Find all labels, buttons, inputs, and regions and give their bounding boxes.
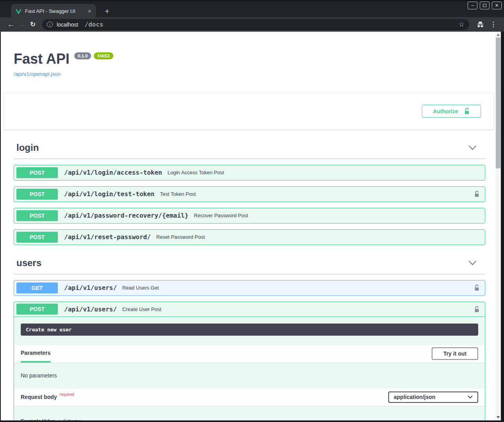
no-parameters-text: No parameters: [14, 363, 485, 388]
try-it-out-button[interactable]: Try it out: [432, 347, 478, 360]
auth-lock-button[interactable]: [474, 190, 480, 198]
back-button[interactable]: ←: [5, 20, 16, 29]
op-summary: Reset Password Post: [156, 234, 205, 240]
browser-tab[interactable]: Fast API - Swagger UI ✕: [11, 4, 96, 18]
site-info-icon[interactable]: i: [47, 21, 53, 27]
op-row-create-user[interactable]: POST /api/v1/users/ Create User Post: [14, 302, 485, 317]
unlock-icon: [464, 107, 470, 115]
op-row-login-access-token[interactable]: POST /api/v1/login/access-token Login Ac…: [14, 165, 485, 181]
scroll-up-arrow-icon[interactable]: [497, 34, 500, 36]
openapi-spec-link[interactable]: /api/v1/openapi.json: [14, 71, 61, 77]
unlock-icon: [474, 306, 480, 313]
tab-title: Fast API - Swagger UI: [25, 8, 75, 14]
op-summary: Recover Password Post: [194, 213, 248, 218]
method-badge: POST: [16, 189, 58, 200]
section-users-header[interactable]: users: [14, 256, 485, 274]
method-badge: POST: [16, 232, 58, 243]
method-badge: POST: [16, 210, 58, 221]
op-block-create-user: POST /api/v1/users/ Create User Post Cre…: [14, 302, 485, 420]
unlock-icon: [474, 190, 480, 198]
auth-lock-button[interactable]: [474, 306, 480, 313]
forward-button[interactable]: →: [16, 20, 27, 29]
url-path: /docs: [84, 21, 103, 28]
section-title: users: [16, 257, 41, 268]
page-viewport: Fast API 0.1.0 OAS3 /api/v1/openapi.json…: [1, 32, 501, 420]
maximize-button[interactable]: [480, 2, 490, 9]
tab-schema[interactable]: Schema: [63, 418, 81, 420]
op-row-login-test-token[interactable]: POST /api/v1/login/test-token Test Token…: [14, 186, 485, 202]
parameters-header: Parameters Try it out: [14, 345, 485, 363]
window-controls: – ✕: [468, 2, 502, 9]
media-type-select[interactable]: application/json: [388, 392, 478, 403]
request-body-header: Request body required application/json: [14, 388, 485, 406]
unlock-icon: [474, 284, 480, 291]
op-path: /api/v1/password-recovery/{email}: [64, 212, 188, 219]
auth-lock-button[interactable]: [474, 284, 480, 291]
op-row-password-recovery[interactable]: POST /api/v1/password-recovery/{email} R…: [14, 208, 485, 224]
minimize-button[interactable]: –: [468, 2, 477, 9]
version-badge: 0.1.0: [74, 52, 91, 59]
method-badge: GET: [16, 283, 58, 293]
swagger-page: Fast API 0.1.0 OAS3 /api/v1/openapi.json…: [1, 32, 495, 420]
media-type-value: application/json: [394, 394, 436, 400]
api-info: Fast API 0.1.0 OAS3 /api/v1/openapi.json: [1, 32, 495, 77]
tab-parameters[interactable]: Parameters: [21, 345, 50, 363]
tab-divider: [59, 418, 59, 420]
reload-button[interactable]: ↻: [27, 20, 38, 29]
op-summary: Read Users Get: [122, 285, 159, 291]
maximize-icon: [483, 4, 486, 7]
op-description: Create new user: [21, 324, 478, 336]
section-login-header[interactable]: login: [14, 141, 485, 159]
favicon-v-icon: [16, 9, 22, 14]
tab-example-value[interactable]: Example Value: [21, 418, 55, 420]
section-users: users GET /api/v1/users/ Read Users Get: [14, 256, 485, 420]
section-login: login POST /api/v1/login/access-token Lo…: [14, 141, 485, 245]
op-row-read-users[interactable]: GET /api/v1/users/ Read Users Get: [14, 280, 485, 296]
authorize-label: Authorize: [433, 108, 458, 114]
request-body-label: Request body: [21, 394, 57, 400]
page-title: Fast API: [14, 51, 70, 67]
chevron-down-icon: [468, 395, 473, 399]
method-badge: POST: [16, 304, 58, 315]
incognito-icon: [476, 21, 485, 28]
scroll-down-arrow-icon[interactable]: [497, 416, 500, 418]
bookmark-star-icon[interactable]: ☆: [459, 20, 465, 29]
close-button[interactable]: ✕: [492, 2, 502, 9]
browser-toolbar: ← → ↻ i localhost/docs ☆ ⋮: [0, 17, 504, 32]
op-path: /api/v1/login/access-token: [64, 169, 162, 176]
url-host: localhost: [57, 21, 78, 28]
url-text: localhost/docs: [57, 21, 103, 28]
menu-dots-icon[interactable]: ⋮: [490, 20, 497, 29]
oas3-badge: OAS3: [94, 52, 113, 59]
op-summary: Login Access Token Post: [167, 170, 224, 175]
new-tab-button[interactable]: +: [102, 6, 113, 17]
op-path: /api/v1/reset-password/: [64, 233, 151, 241]
scrollbar-thumb[interactable]: [496, 38, 500, 168]
op-summary: Test Token Post: [160, 191, 196, 197]
chevron-down-icon[interactable]: [468, 261, 477, 265]
op-path: /api/v1/users/: [64, 284, 117, 291]
op-path: /api/v1/users/: [64, 306, 117, 313]
browser-window: Fast API - Swagger UI ✕ + – ✕ ← → ↻ i lo…: [0, 0, 504, 422]
model-example-tabs: Example Value Schema: [21, 418, 478, 420]
op-path: /api/v1/login/test-token: [64, 190, 154, 198]
authorize-button[interactable]: Authorize: [422, 105, 481, 118]
op-row-reset-password[interactable]: POST /api/v1/reset-password/ Reset Passw…: [14, 229, 485, 245]
required-label: required: [60, 392, 74, 397]
address-bar[interactable]: i localhost/docs ☆: [42, 19, 469, 30]
chevron-down-icon[interactable]: [468, 145, 477, 150]
scheme-container: Authorize: [4, 93, 494, 130]
page-scrollbar[interactable]: [495, 32, 501, 420]
titlebar: Fast API - Swagger UI ✕ + – ✕: [0, 0, 504, 17]
section-title: login: [16, 142, 39, 153]
tab-close-icon[interactable]: ✕: [88, 9, 91, 14]
op-summary: Create User Post: [122, 306, 161, 312]
method-badge: POST: [16, 167, 58, 178]
